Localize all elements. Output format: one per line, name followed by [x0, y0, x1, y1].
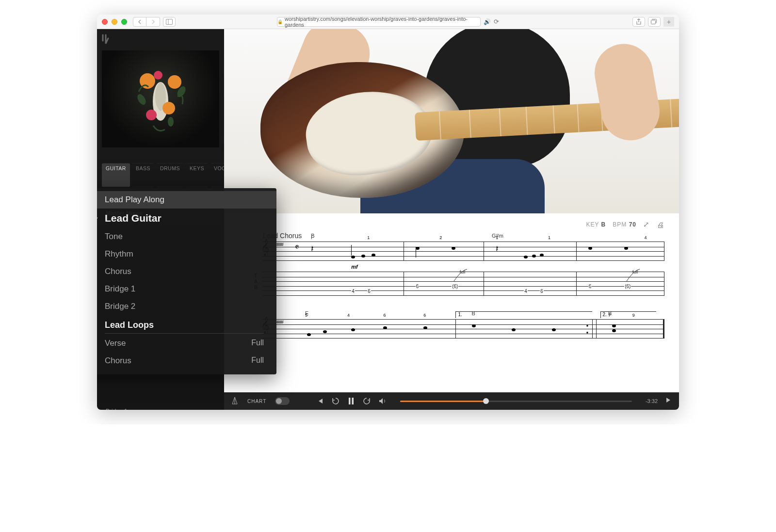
svg-point-10 — [136, 93, 147, 106]
reader-audio-icon[interactable]: 🔊 — [484, 18, 491, 25]
flyout-chorus-loop[interactable]: Chorus Full — [97, 352, 276, 370]
flyout-chorus[interactable]: Chorus — [97, 263, 276, 280]
lesson-bridge1[interactable]: Bridge 1 — [97, 404, 224, 410]
chart-toggle[interactable] — [275, 397, 290, 405]
chart-title: Lead Chorus — [263, 232, 664, 240]
next-track-button[interactable] — [665, 397, 672, 405]
instrument-tabs: GUITAR BASS DRUMS KEYS VOCALS — [97, 152, 224, 190]
flyout-leadloops[interactable]: Lead Loops — [105, 317, 264, 334]
forward-button[interactable] — [146, 17, 160, 27]
lesson-flyout: Lead Play Along Lead Guitar Tone Rhythm … — [97, 188, 276, 374]
flyout-bridge1[interactable]: Bridge 1 — [97, 280, 276, 298]
fastforward-button[interactable] — [362, 397, 371, 405]
video-player[interactable] — [224, 29, 679, 213]
new-tab-button[interactable]: + — [663, 17, 674, 27]
key-value: B — [601, 221, 606, 228]
logo[interactable] — [97, 29, 224, 50]
url-text: worshipartistry.com/songs/elevation-wors… — [285, 16, 480, 28]
reload-icon[interactable]: ⟳ — [494, 18, 499, 25]
tab-keys[interactable]: KEYS — [186, 163, 208, 187]
tabs-button[interactable] — [648, 17, 661, 27]
back-button[interactable] — [133, 17, 146, 27]
browser-window: 🔒 worshipartistry.com/songs/elevation-wo… — [97, 15, 679, 410]
rewind-button[interactable] — [331, 397, 340, 405]
flyout-playalong[interactable]: Lead Play Along — [97, 191, 276, 209]
window-controls — [102, 19, 127, 25]
chart-area: KEY B BPM 70 ⤢ 🖨 Lead Chorus B G#m 𝄞 ♯♯♯… — [224, 213, 679, 392]
player-bar: CHART -3:32 — [224, 392, 679, 410]
expand-icon[interactable]: ⤢ — [643, 220, 650, 229]
share-button[interactable] — [632, 17, 645, 27]
flyout-tone[interactable]: Tone — [97, 228, 276, 245]
volume-button[interactable] — [379, 398, 387, 404]
titlebar: 🔒 worshipartistry.com/songs/elevation-wo… — [97, 15, 679, 29]
prev-track-button[interactable] — [317, 398, 323, 404]
svg-point-7 — [162, 102, 175, 114]
print-icon[interactable]: 🖨 — [657, 221, 664, 229]
url-bar[interactable]: 🔒 worshipartistry.com/songs/elevation-wo… — [277, 17, 481, 27]
tab-drums[interactable]: DRUMS — [156, 163, 184, 187]
svg-rect-14 — [352, 398, 354, 404]
album-cover — [102, 50, 219, 147]
flyout-leadguitar[interactable]: Lead Guitar — [97, 209, 276, 228]
chart-toggle-label: CHART — [247, 399, 266, 404]
sidebar-toggle-button[interactable] — [163, 17, 176, 27]
close-window-button[interactable] — [102, 19, 108, 25]
nav-buttons — [133, 17, 160, 27]
time-remaining: -3:32 — [646, 398, 658, 404]
minimize-window-button[interactable] — [112, 19, 117, 25]
music-staff-1: B G#m 𝄞 ♯♯♯♯♯ 𝄴 i 1 2 1 1 4 — [263, 242, 664, 309]
tab-vocals[interactable]: VOCALS — [210, 163, 224, 187]
chart-meta: KEY B BPM 70 ⤢ 🖨 — [263, 220, 664, 229]
main-content: KEY B BPM 70 ⤢ 🖨 Lead Chorus B G#m 𝄞 ♯♯♯… — [224, 29, 679, 410]
music-staff-2: E B B 1. 2. 𝄞 ♯♯♯♯♯ 5 4 — [263, 319, 664, 368]
bpm-value: 70 — [629, 221, 636, 228]
tab-bass[interactable]: BASS — [132, 163, 154, 187]
svg-rect-3 — [651, 20, 656, 24]
flyout-bridge2[interactable]: Bridge 2 — [97, 298, 276, 315]
progress-bar[interactable] — [400, 401, 632, 402]
maximize-window-button[interactable] — [121, 19, 127, 25]
svg-point-12 — [168, 117, 174, 127]
svg-point-8 — [146, 110, 157, 120]
svg-rect-13 — [349, 398, 351, 404]
flyout-rhythm[interactable]: Rhythm — [97, 245, 276, 263]
play-pause-button[interactable] — [348, 397, 355, 405]
flyout-verse[interactable]: Verse Full — [97, 335, 276, 352]
lock-icon: 🔒 — [277, 19, 283, 24]
tab-guitar[interactable]: GUITAR — [102, 163, 130, 187]
svg-point-6 — [168, 75, 181, 89]
metronome-icon[interactable] — [231, 396, 239, 406]
svg-rect-0 — [166, 19, 173, 24]
svg-point-9 — [154, 71, 162, 80]
